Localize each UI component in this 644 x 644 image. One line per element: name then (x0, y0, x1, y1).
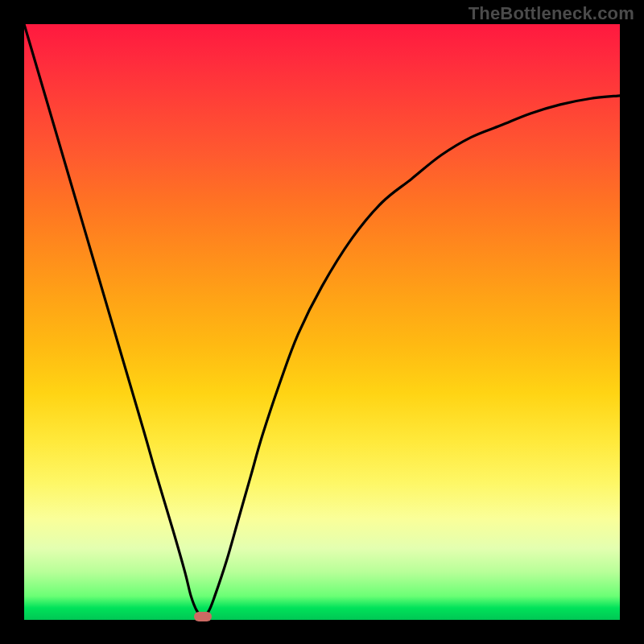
curve-svg (24, 24, 620, 620)
watermark-text: TheBottleneck.com (469, 3, 634, 24)
optimum-marker (194, 612, 212, 621)
plot-area (24, 24, 620, 620)
bottleneck-curve (24, 24, 620, 617)
chart-frame: TheBottleneck.com (0, 0, 644, 644)
